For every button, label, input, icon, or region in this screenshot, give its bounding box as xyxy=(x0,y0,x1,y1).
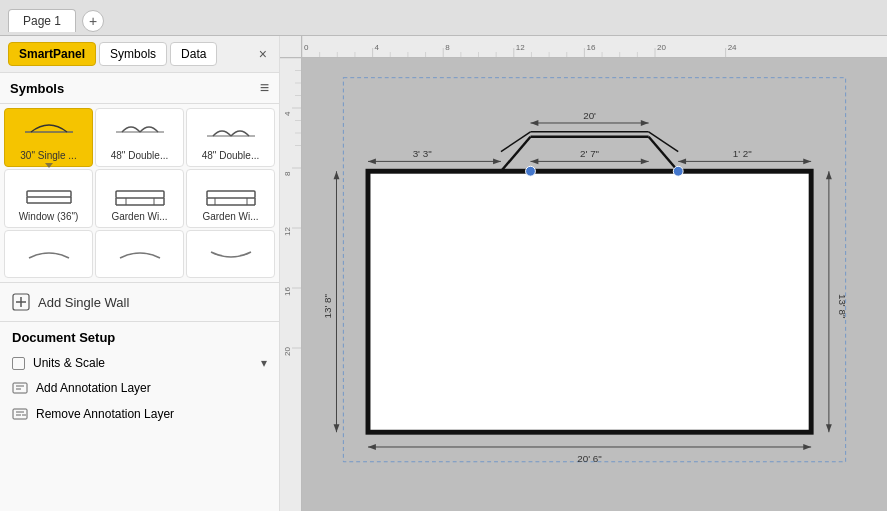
svg-text:20' 6": 20' 6" xyxy=(577,453,602,464)
svg-text:13' 8": 13' 8" xyxy=(322,293,333,318)
symbol-label-4: Garden Wi... xyxy=(111,211,167,222)
symbol-item-7[interactable] xyxy=(95,230,184,278)
svg-text:13' 8": 13' 8" xyxy=(837,294,848,319)
symbol-icon-6 xyxy=(21,236,77,272)
svg-rect-7 xyxy=(116,191,164,198)
remove-annotation-icon xyxy=(12,406,28,422)
svg-text:4: 4 xyxy=(283,111,292,116)
svg-marker-113 xyxy=(803,444,811,450)
add-annotation-label: Add Annotation Layer xyxy=(36,381,151,395)
svg-marker-100 xyxy=(530,120,538,126)
symbols-title: Symbols xyxy=(10,81,64,96)
units-scale-item[interactable]: Units & Scale ▾ xyxy=(12,351,267,375)
svg-text:4: 4 xyxy=(375,43,380,52)
ruler-horizontal: 0 4 8 12 16 20 24 xyxy=(302,36,887,58)
svg-marker-96 xyxy=(678,158,686,164)
units-scale-label: Units & Scale xyxy=(33,356,253,370)
floorplan: 3' 3" 2' 7" 1' 2" 20' xyxy=(302,58,887,511)
symbol-item-4[interactable]: Garden Wi... xyxy=(95,169,184,228)
svg-marker-104 xyxy=(334,171,340,179)
symbols-menu-icon[interactable]: ≡ xyxy=(260,79,269,97)
symbol-item-3[interactable]: Window (36") xyxy=(4,169,93,228)
svg-text:20: 20 xyxy=(283,347,292,356)
svg-text:3' 3": 3' 3" xyxy=(413,148,433,159)
canvas[interactable]: 3' 3" 2' 7" 1' 2" 20' xyxy=(302,58,887,511)
close-panel-button[interactable]: × xyxy=(255,44,271,64)
add-annotation-item[interactable]: Add Annotation Layer xyxy=(12,375,267,401)
symbol-icon-0 xyxy=(21,114,77,150)
svg-point-86 xyxy=(673,166,683,176)
svg-marker-108 xyxy=(826,171,832,179)
symbol-icon-8 xyxy=(203,236,259,272)
symbol-icon-1 xyxy=(112,114,168,150)
ruler-h-svg: 0 4 8 12 16 20 24 xyxy=(302,36,887,58)
symbol-label-5: Garden Wi... xyxy=(202,211,258,222)
remove-annotation-label: Remove Annotation Layer xyxy=(36,407,174,421)
symbol-icon-4 xyxy=(112,175,168,211)
svg-text:12: 12 xyxy=(283,227,292,236)
svg-text:20: 20 xyxy=(657,43,666,52)
page-tab[interactable]: Page 1 xyxy=(8,9,76,32)
svg-rect-22 xyxy=(13,383,27,393)
symbol-item-1[interactable]: 48" Double... xyxy=(95,108,184,167)
svg-point-85 xyxy=(526,166,536,176)
checkbox-units-scale xyxy=(12,357,25,370)
svg-marker-101 xyxy=(641,120,649,126)
symbol-label-1: 48" Double... xyxy=(111,150,168,161)
ruler-v-svg: 4 8 12 16 20 xyxy=(280,58,302,511)
tab-data[interactable]: Data xyxy=(170,42,217,66)
symbol-item-2[interactable]: 48" Double... xyxy=(186,108,275,167)
add-annotation-icon xyxy=(12,380,28,396)
add-wall-label: Add Single Wall xyxy=(38,295,129,310)
svg-marker-112 xyxy=(368,444,376,450)
svg-text:16: 16 xyxy=(283,287,292,296)
svg-marker-105 xyxy=(334,424,340,432)
remove-annotation-item[interactable]: Remove Annotation Layer xyxy=(12,401,267,427)
symbol-icon-5 xyxy=(203,175,259,211)
svg-marker-92 xyxy=(530,158,538,164)
svg-text:24: 24 xyxy=(728,43,737,52)
symbol-icon-2 xyxy=(203,114,259,150)
tab-smartpanel[interactable]: SmartPanel xyxy=(8,42,96,66)
units-scale-chevron: ▾ xyxy=(261,356,267,370)
svg-text:8: 8 xyxy=(283,171,292,176)
svg-text:2' 7": 2' 7" xyxy=(580,148,600,159)
tab-symbols[interactable]: Symbols xyxy=(99,42,167,66)
svg-text:12: 12 xyxy=(516,43,525,52)
ruler-vertical: 4 8 12 16 20 xyxy=(280,58,302,511)
svg-rect-76 xyxy=(368,171,811,432)
svg-text:1' 2": 1' 2" xyxy=(733,148,753,159)
document-setup-title: Document Setup xyxy=(12,330,267,345)
add-single-wall-button[interactable]: Add Single Wall xyxy=(12,293,267,311)
svg-marker-109 xyxy=(826,424,832,432)
symbol-icon-3 xyxy=(21,175,77,211)
svg-rect-13 xyxy=(207,191,255,198)
symbol-icon-7 xyxy=(112,236,168,272)
svg-text:16: 16 xyxy=(586,43,595,52)
add-wall-icon xyxy=(12,293,30,311)
svg-text:8: 8 xyxy=(445,43,450,52)
svg-marker-88 xyxy=(368,158,376,164)
symbol-label-0: 30" Single ... xyxy=(20,150,76,161)
symbol-item-5[interactable]: Garden Wi... xyxy=(186,169,275,228)
svg-marker-97 xyxy=(803,158,811,164)
add-page-button[interactable]: + xyxy=(82,10,104,32)
svg-marker-93 xyxy=(641,158,649,164)
svg-rect-3 xyxy=(27,191,71,197)
symbol-label-3: Window (36") xyxy=(19,211,79,222)
symbol-item-6[interactable] xyxy=(4,230,93,278)
svg-text:0: 0 xyxy=(304,43,309,52)
svg-text:20': 20' xyxy=(583,110,596,121)
symbol-item-0[interactable]: 30" Single ... xyxy=(4,108,93,167)
symbol-item-8[interactable] xyxy=(186,230,275,278)
page-tab-label: Page 1 xyxy=(23,14,61,28)
svg-rect-25 xyxy=(13,409,27,419)
svg-marker-89 xyxy=(493,158,501,164)
symbol-label-2: 48" Double... xyxy=(202,150,259,161)
